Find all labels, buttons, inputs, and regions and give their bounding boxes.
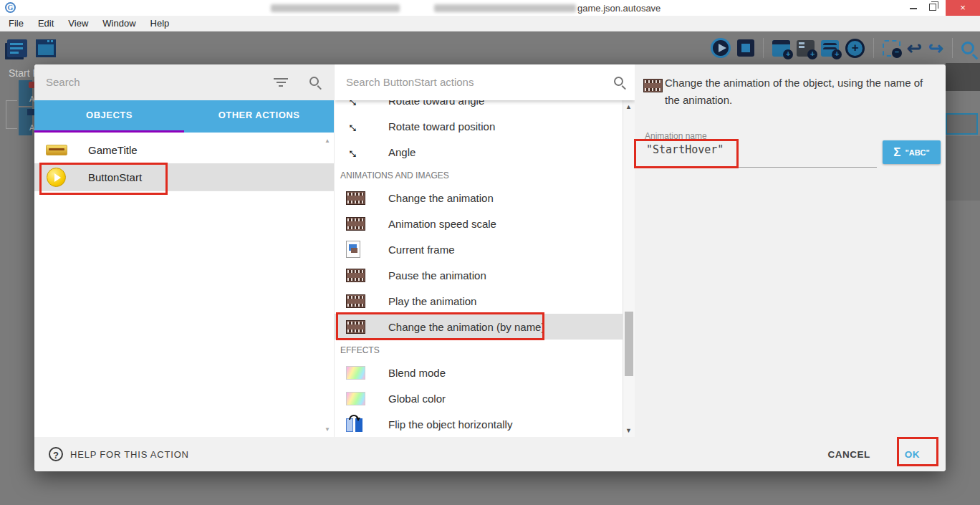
blurred-title-segment xyxy=(271,4,400,12)
scroll-up-icon[interactable]: ▲ xyxy=(325,138,330,144)
object-row-gametitle[interactable]: GameTitle xyxy=(34,136,334,163)
action-row[interactable]: Global color xyxy=(335,385,623,411)
rotate-arrow-icon: ↔ xyxy=(342,114,367,138)
section-header: EFFECTS xyxy=(335,340,623,360)
scrollbar-thumb[interactable] xyxy=(625,312,633,376)
dialog-footer: ? HELP FOR THIS ACTION CANCEL OK xyxy=(34,437,946,471)
expression-editor-button[interactable]: Σ "ABC" xyxy=(883,140,941,164)
add-comment-icon[interactable]: + xyxy=(821,40,839,57)
search-icon xyxy=(614,77,623,86)
remove-event-icon[interactable]: – xyxy=(883,40,900,57)
events-sheet-icon[interactable] xyxy=(7,39,27,57)
scroll-up-icon[interactable]: ▲ xyxy=(625,103,632,110)
objects-panel: Search OBJECTS OTHER ACTIONS GameTitle xyxy=(34,64,334,437)
gdevelop-logo-icon: G xyxy=(5,2,16,13)
restore-button[interactable] xyxy=(929,4,936,11)
close-button[interactable]: × xyxy=(946,0,980,16)
toolbar: + + + + – ↩ ↪ xyxy=(0,32,980,64)
actions-list: ↔ Rotate toward angle ↔ Rotate toward po… xyxy=(335,100,623,437)
section-header: ANIMATIONS AND IMAGES xyxy=(335,165,623,185)
redo-icon[interactable]: ↪ xyxy=(928,38,943,58)
action-row[interactable]: Flip the object horizontally xyxy=(335,411,623,437)
actions-search-bar[interactable]: Search ButtonStart actions xyxy=(335,64,635,100)
toolbar-divider xyxy=(873,38,874,58)
actions-panel: Search ButtonStart actions ↔ Rotate towa… xyxy=(334,64,635,437)
action-row[interactable]: Animation speed scale xyxy=(335,211,623,236)
action-row[interactable]: Change the animation xyxy=(335,185,623,211)
toolbar-divider xyxy=(952,38,953,58)
blurred-title-segment xyxy=(434,4,576,12)
film-strip-icon xyxy=(346,217,365,231)
add-subevent-icon[interactable]: + xyxy=(797,40,815,57)
menu-file[interactable]: File xyxy=(1,16,31,31)
action-row[interactable]: ↔ Rotate toward angle xyxy=(335,100,623,113)
scene-editor-icon[interactable] xyxy=(36,39,56,57)
tab-other-actions[interactable]: OTHER ACTIONS xyxy=(184,100,334,133)
annotation-box-ok-button xyxy=(897,437,938,466)
tab-objects[interactable]: OBJECTS xyxy=(34,100,184,133)
film-strip-icon xyxy=(643,79,663,92)
sigma-icon: Σ xyxy=(893,145,900,160)
debug-icon[interactable] xyxy=(737,39,754,57)
current-frame-icon xyxy=(346,241,360,258)
objects-search-input[interactable]: Search xyxy=(46,76,80,88)
event-tree-line xyxy=(6,100,17,129)
actions-scrollbar[interactable]: ▲ ▼ xyxy=(623,100,635,437)
annotation-box-buttonstart xyxy=(39,163,168,195)
film-strip-icon xyxy=(346,269,365,282)
film-strip-icon xyxy=(346,191,365,205)
action-editor-dialog: Search OBJECTS OTHER ACTIONS GameTitle xyxy=(34,64,946,471)
action-row[interactable]: Pause the animation xyxy=(335,262,623,288)
title-bar: G game.json.autosave × xyxy=(0,0,980,16)
toolbar-divider xyxy=(763,38,764,58)
objects-tab-bar: OBJECTS OTHER ACTIONS xyxy=(34,100,334,133)
rotate-arrow-icon: ↔ xyxy=(342,100,367,112)
color-gradient-icon xyxy=(346,392,365,405)
add-event-icon[interactable]: + xyxy=(772,40,790,57)
flip-horizontal-icon xyxy=(346,416,362,432)
play-icon[interactable] xyxy=(711,38,731,58)
objects-scrollbar[interactable]: ▲ ▼ xyxy=(324,136,332,434)
background-panel-fragment xyxy=(946,136,980,201)
scroll-down-icon[interactable]: ▼ xyxy=(325,426,330,433)
annotation-box-change-animation-by-name xyxy=(336,312,544,340)
screen: G game.json.autosave × File Edit View Wi… xyxy=(0,0,980,505)
menu-help[interactable]: Help xyxy=(143,16,177,31)
menu-window[interactable]: Window xyxy=(95,16,143,31)
action-row[interactable]: Blend mode xyxy=(335,360,623,385)
film-strip-icon xyxy=(346,294,365,308)
action-description: Change the animation of the object, usin… xyxy=(665,74,936,109)
background-field-fragment xyxy=(946,113,978,135)
color-gradient-icon xyxy=(346,366,365,380)
search-icon[interactable] xyxy=(961,42,974,54)
undo-icon[interactable]: ↩ xyxy=(907,38,922,58)
search-icon xyxy=(309,77,319,86)
cancel-button[interactable]: CANCEL xyxy=(828,449,870,460)
minimize-button[interactable] xyxy=(910,8,917,9)
question-mark-icon: ? xyxy=(49,447,63,461)
game-title-thumbnail-icon xyxy=(46,145,67,155)
menu-view[interactable]: View xyxy=(61,16,95,31)
action-row[interactable]: Play the animation xyxy=(335,288,623,314)
menu-edit[interactable]: Edit xyxy=(31,16,61,31)
menu-bar: File Edit View Window Help xyxy=(0,16,980,32)
filter-icon[interactable] xyxy=(274,78,288,89)
help-link[interactable]: ? HELP FOR THIS ACTION xyxy=(49,447,189,461)
background-panel-fragment xyxy=(946,63,980,91)
action-row[interactable]: Current frame xyxy=(335,236,623,262)
event-icon xyxy=(27,109,34,115)
rotate-arrow-icon: ↔ xyxy=(342,140,367,164)
actions-search-input[interactable]: Search ButtonStart actions xyxy=(346,76,474,88)
window-title: game.json.autosave xyxy=(577,3,660,14)
parameters-panel: Change the animation of the object, usin… xyxy=(635,64,946,437)
objects-search-bar[interactable]: Search xyxy=(34,64,334,100)
scroll-down-icon[interactable]: ▼ xyxy=(625,427,632,434)
annotation-box-animation-name-value xyxy=(634,139,739,168)
action-row[interactable]: ↔ Rotate toward position xyxy=(335,113,623,139)
add-circle-icon[interactable]: + xyxy=(845,39,865,58)
action-row[interactable]: ↔ Angle xyxy=(335,139,623,165)
